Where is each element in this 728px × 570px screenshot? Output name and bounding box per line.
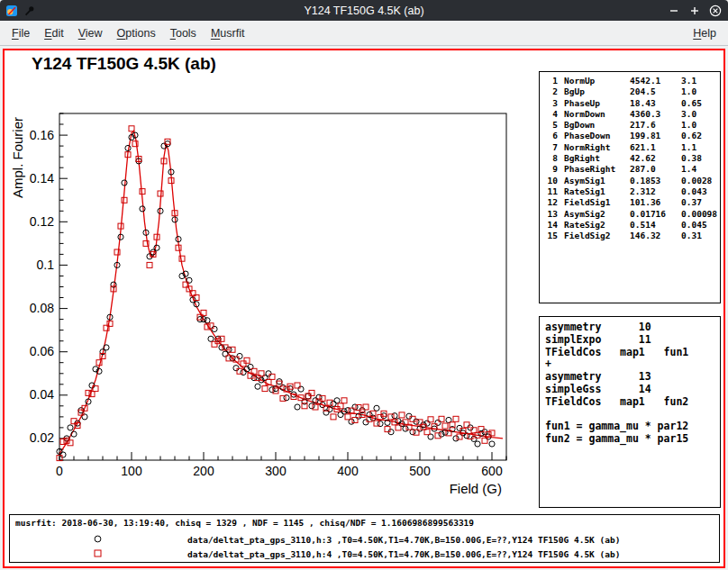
app-icon[interactable] bbox=[5, 5, 18, 17]
root-canvas[interactable]: Y124 TF150G 4.5K (ab) 010020030040050060… bbox=[3, 49, 725, 568]
param-value: 101.36 bbox=[630, 197, 681, 208]
svg-text:100: 100 bbox=[121, 464, 142, 478]
param-row: 14RateSig20.5140.045 bbox=[542, 220, 720, 231]
param-value: 199.81 bbox=[630, 131, 681, 141]
legend-row: data/deltat_pta_gps_3110,h:3 ,T0=4.50K,T… bbox=[10, 533, 719, 547]
svg-text:0: 0 bbox=[56, 464, 63, 478]
svg-text:0.14: 0.14 bbox=[30, 171, 54, 185]
param-index: 5 bbox=[542, 120, 558, 131]
svg-text:0.1: 0.1 bbox=[37, 258, 55, 272]
param-error: 0.043 bbox=[681, 186, 720, 197]
fit-curve bbox=[59, 131, 503, 454]
svg-text:0.16: 0.16 bbox=[30, 128, 54, 142]
theory-line: TFieldCos map1 fun2 bbox=[545, 396, 720, 409]
menu-tools[interactable]: Tools bbox=[163, 23, 204, 44]
param-value: 2.312 bbox=[630, 186, 681, 197]
param-name: FieldSig2 bbox=[564, 231, 630, 241]
minimize-icon[interactable] bbox=[668, 5, 680, 17]
param-value: 287.0 bbox=[630, 164, 681, 175]
fit-parameter-table[interactable]: 1NormUp4542.13.12BgUp204.51.03PhaseUp18.… bbox=[539, 71, 721, 303]
param-index: 9 bbox=[542, 164, 558, 175]
param-index: 14 bbox=[542, 220, 558, 231]
menu-file[interactable]: File bbox=[5, 23, 37, 44]
svg-text:0.08: 0.08 bbox=[30, 301, 54, 315]
param-error: 3.0 bbox=[681, 109, 720, 120]
window-title: Y124 TF150G 4.5K (ab) bbox=[0, 5, 728, 17]
svg-text:0.06: 0.06 bbox=[30, 344, 54, 358]
theory-line: asymmetry 13 bbox=[545, 371, 720, 384]
param-name: PhaseDown bbox=[564, 131, 630, 141]
param-name: NormUp bbox=[564, 76, 630, 86]
menu-edit[interactable]: Edit bbox=[37, 23, 71, 44]
svg-text:0.04: 0.04 bbox=[30, 387, 54, 402]
y-axis bbox=[59, 113, 68, 460]
menu-musrfit[interactable]: Musrfit bbox=[204, 23, 252, 44]
param-error: 0.65 bbox=[681, 98, 720, 109]
svg-text:500: 500 bbox=[409, 464, 431, 478]
legend-marker-open-circle bbox=[93, 534, 103, 544]
menu-left: FileEditViewOptionsToolsMusrfit bbox=[5, 23, 251, 44]
param-value: 217.6 bbox=[630, 120, 681, 131]
param-row: 1NormUp4542.13.1 bbox=[542, 76, 720, 86]
menu-help[interactable]: Help bbox=[686, 23, 723, 44]
y-axis-title: Ampl. Fourier bbox=[10, 117, 25, 198]
theory-line: fun1 = gamma_mu * par12 bbox=[545, 421, 720, 433]
svg-text:600: 600 bbox=[481, 464, 503, 478]
param-row: 7NormRight621.11.1 bbox=[542, 142, 720, 153]
param-row: 5BgDown217.61.0 bbox=[542, 120, 720, 131]
param-index: 10 bbox=[542, 176, 558, 186]
param-value: 204.5 bbox=[630, 86, 681, 97]
series-open-circle bbox=[57, 132, 495, 457]
param-error: 0.045 bbox=[681, 220, 720, 231]
param-index: 11 bbox=[542, 186, 558, 197]
menu-right: Help bbox=[686, 23, 723, 44]
param-name: BgDown bbox=[564, 120, 630, 131]
param-error: 1.0 bbox=[681, 120, 720, 131]
menu-options[interactable]: Options bbox=[110, 23, 163, 44]
param-row: 10AsymSig10.18530.0028 bbox=[542, 176, 720, 186]
svg-text:Ampl. Fourier: Ampl. Fourier bbox=[10, 117, 25, 198]
param-row: 6PhaseDown199.810.62 bbox=[542, 131, 720, 141]
param-index: 13 bbox=[542, 209, 558, 220]
param-value: 0.01716 bbox=[630, 209, 681, 220]
param-value: 4360.3 bbox=[630, 109, 681, 120]
param-row: 8BgRight42.620.38 bbox=[542, 153, 720, 164]
param-error: 0.31 bbox=[681, 231, 720, 241]
param-error: 3.1 bbox=[681, 76, 720, 86]
pin-icon[interactable] bbox=[23, 5, 36, 17]
param-index: 1 bbox=[542, 76, 558, 86]
close-icon[interactable] bbox=[709, 5, 722, 17]
theory-line bbox=[545, 409, 720, 421]
x-axis bbox=[59, 452, 506, 460]
titlebar-right-icons bbox=[668, 0, 722, 21]
svg-text:0.02: 0.02 bbox=[30, 430, 54, 445]
param-name: AsymSig2 bbox=[564, 209, 630, 220]
theory-function-box[interactable]: asymmetry 10simplExpo 11TFieldCos map1 f… bbox=[539, 316, 721, 508]
series-open-square bbox=[57, 126, 495, 461]
fit-info-line: musrfit: 2018-06-30, 13:19:40, chisq = 1… bbox=[15, 518, 474, 528]
svg-text:300: 300 bbox=[265, 464, 287, 478]
param-name: RateSig1 bbox=[564, 186, 630, 197]
param-row: 2BgUp204.51.0 bbox=[542, 86, 720, 97]
menu-view[interactable]: View bbox=[71, 23, 110, 44]
param-row: 4NormDown4360.33.0 bbox=[542, 109, 720, 120]
titlebar[interactable]: Y124 TF150G 4.5K (ab) bbox=[0, 0, 728, 21]
param-index: 2 bbox=[542, 86, 558, 97]
canvas-area: Y124 TF150G 4.5K (ab) 010020030040050060… bbox=[0, 46, 728, 570]
param-index: 6 bbox=[542, 131, 558, 141]
fit-info-legend-box[interactable]: musrfit: 2018-06-30, 13:19:40, chisq = 1… bbox=[9, 514, 720, 563]
param-name: RateSig2 bbox=[564, 220, 630, 231]
param-index: 15 bbox=[542, 231, 558, 241]
legend-label: data/deltat_pta_gps_3110,h:3 ,T0=4.50K,T… bbox=[187, 535, 620, 545]
legend-row: data/deltat_pta_gps_3110,h:4 ,T0=4.50K,T… bbox=[10, 547, 719, 561]
param-name: BgUp bbox=[564, 86, 630, 97]
param-name: NormRight bbox=[564, 142, 630, 153]
menubar: FileEditViewOptionsToolsMusrfit Help bbox=[0, 21, 728, 46]
param-row: 13AsymSig20.017160.00098 bbox=[542, 209, 720, 220]
y-tick-labels: 0.020.040.060.080.10.120.140.16 bbox=[30, 128, 54, 446]
legend-label: data/deltat_pta_gps_3110,h:4 ,T0=4.50K,T… bbox=[187, 549, 620, 559]
param-value: 0.514 bbox=[630, 220, 681, 231]
param-error: 0.38 bbox=[681, 153, 720, 164]
param-error: 1.1 bbox=[681, 142, 720, 153]
maximize-icon[interactable] bbox=[688, 5, 701, 17]
